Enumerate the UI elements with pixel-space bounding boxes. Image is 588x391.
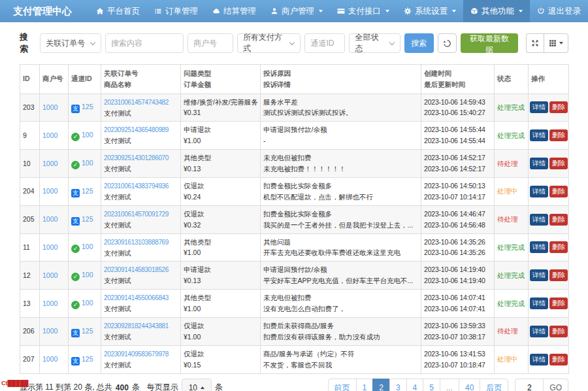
status-select[interactable]: 全部状态: [349, 33, 400, 53]
keyword-input[interactable]: [105, 33, 184, 53]
user-icon: [270, 7, 278, 15]
detail-button[interactable]: 详情: [530, 326, 548, 337]
page-size-select[interactable]: 10: [182, 379, 212, 391]
channel-id-link[interactable]: 125: [82, 327, 93, 335]
table-header-row: ID 商户号 通道ID 关联订单号商品名称 问题类型订单金额 投诉原因投诉详情 …: [20, 65, 569, 94]
channel-id-link[interactable]: 125: [82, 103, 93, 110]
table-row: 11 1000 ✓100 2023091613103888769 支付测试 其他…: [20, 233, 569, 262]
detail-button[interactable]: 详情: [530, 269, 548, 281]
channel-id-link[interactable]: 100: [82, 299, 93, 307]
go-button[interactable]: GO: [544, 379, 568, 391]
order-number-link[interactable]: 2023091613103888769: [104, 239, 169, 246]
channel-id-link[interactable]: 100: [82, 243, 93, 250]
cell-id: 12: [20, 262, 40, 290]
merchant-link[interactable]: 1000: [42, 131, 57, 139]
power-icon: [537, 7, 545, 15]
delete-button[interactable]: 删除: [549, 101, 568, 113]
channel-id-link[interactable]: 125: [82, 215, 93, 223]
page-button-4[interactable]: 4: [406, 379, 424, 391]
nav-item-merchant-management[interactable]: 商户管理: [263, 0, 330, 22]
page-button-40[interactable]: 40: [459, 379, 480, 391]
nav-item-system-settings[interactable]: 系统设置: [397, 0, 463, 22]
merchant-link[interactable]: 1000: [42, 103, 57, 111]
cell-order: 2023092514301286070 支付测试: [101, 150, 181, 178]
nav-item-platform-home[interactable]: 平台首页: [89, 0, 147, 22]
created-time: 2023-10-06 13:59:33: [424, 320, 491, 332]
nav-item-payment-interface[interactable]: 支付接口: [330, 0, 397, 22]
fetch-latest-button[interactable]: 获取最新数据: [461, 33, 518, 53]
prev-page-button[interactable]: 前页: [328, 379, 357, 391]
nav-item-settlement-management[interactable]: 结算管理: [205, 0, 263, 22]
nav-item-order-management[interactable]: 订单管理: [147, 0, 205, 22]
order-number-link[interactable]: 2023100614570091729: [104, 211, 169, 218]
delete-button[interactable]: 删除: [549, 214, 568, 226]
delete-button[interactable]: 删除: [549, 269, 568, 281]
channel-id-link[interactable]: 125: [82, 187, 93, 195]
order-number-link[interactable]: 2023100614574743482: [104, 99, 169, 106]
merchant-link[interactable]: 1000: [42, 215, 57, 223]
merchant-link[interactable]: 1000: [42, 160, 57, 167]
created-time: 2023-10-06 14:07:41: [424, 292, 491, 303]
refresh-button[interactable]: [438, 33, 457, 53]
search-field-select[interactable]: 关联订单号: [40, 33, 101, 53]
paytype-select[interactable]: 所有支付方式: [237, 33, 301, 53]
merchant-link[interactable]: 1000: [42, 187, 57, 195]
merchant-link[interactable]: 1000: [42, 299, 57, 307]
delete-button[interactable]: 删除: [549, 241, 568, 253]
merchant-link[interactable]: 1000: [42, 271, 57, 279]
detail-button[interactable]: 详情: [530, 214, 548, 226]
table-row: 10 1000 ✓100 2023092514301286070 支付测试 其他…: [20, 150, 569, 178]
detail-button[interactable]: 详情: [530, 241, 548, 253]
order-number-link[interactable]: 2023091414550066843: [104, 294, 169, 301]
channel-id-link[interactable]: 100: [82, 271, 93, 279]
complaint-reason: 其他问题: [263, 237, 418, 248]
page-button-5[interactable]: 5: [423, 379, 440, 391]
nav-item-other-functions[interactable]: 其他功能: [463, 0, 530, 22]
complaint-detail: 没有充电怎么自动扣费了，: [263, 303, 418, 314]
goto-page-input[interactable]: [515, 379, 544, 391]
fullscreen-button[interactable]: [526, 33, 544, 53]
order-number-link[interactable]: 2023092818244343881: [104, 322, 169, 330]
delete-button[interactable]: 删除: [549, 326, 568, 337]
cell-order: 2023100614570091729 支付测试: [101, 205, 181, 233]
order-number-link[interactable]: 2023100614383794936: [104, 182, 169, 190]
merchant-link[interactable]: 1000: [42, 243, 57, 251]
detail-button[interactable]: 详情: [530, 298, 548, 309]
detail-button[interactable]: 详情: [530, 158, 548, 169]
delete-button[interactable]: 删除: [549, 186, 568, 197]
channel-input[interactable]: [304, 33, 345, 53]
order-number-link[interactable]: 2023092514365480989: [104, 126, 169, 133]
detail-button[interactable]: 详情: [530, 129, 548, 141]
cell-order: 2023100614383794936 支付测试: [101, 177, 181, 205]
updated-time: 2023-10-06 15:40:27: [424, 107, 491, 118]
merchant-link[interactable]: 1000: [42, 355, 57, 363]
next-page-button[interactable]: 后页: [480, 379, 508, 391]
channel-id-link[interactable]: 100: [82, 131, 93, 139]
search-button[interactable]: 搜索: [404, 33, 434, 53]
merchant-link[interactable]: 1000: [42, 327, 57, 335]
page-button-1[interactable]: 1: [356, 379, 374, 391]
order-number-link[interactable]: 2023091409583679978: [104, 350, 169, 358]
detail-button[interactable]: 详情: [530, 354, 548, 366]
page-button-3[interactable]: 3: [389, 379, 407, 391]
delete-button[interactable]: 删除: [549, 158, 568, 169]
page-button-2-active[interactable]: 2: [372, 379, 390, 391]
order-number-link[interactable]: 2023091414583018526: [104, 266, 169, 273]
channel-id-link[interactable]: 100: [82, 159, 93, 167]
merchant-input[interactable]: [188, 33, 233, 53]
delete-button[interactable]: 删除: [549, 129, 568, 141]
order-number-link[interactable]: 2023092514301286070: [104, 154, 169, 162]
columns-button[interactable]: [544, 33, 568, 53]
delete-button[interactable]: 删除: [549, 298, 568, 309]
nav-item-logout[interactable]: 退出登录: [530, 0, 588, 22]
nav-label: 支付接口: [348, 6, 381, 17]
channel-id-link[interactable]: 125: [82, 355, 93, 363]
detail-button[interactable]: 详情: [530, 186, 548, 197]
complaint-reason: 扣费金额比实际金额多: [263, 209, 418, 220]
cell-id: 203: [20, 94, 40, 122]
delete-button[interactable]: 删除: [549, 354, 568, 366]
col-header-channel: 通道ID: [69, 65, 101, 94]
col-header-merchant: 商户号: [40, 65, 69, 94]
detail-button[interactable]: 详情: [530, 101, 548, 113]
cell-status: 处理完成: [495, 94, 529, 122]
